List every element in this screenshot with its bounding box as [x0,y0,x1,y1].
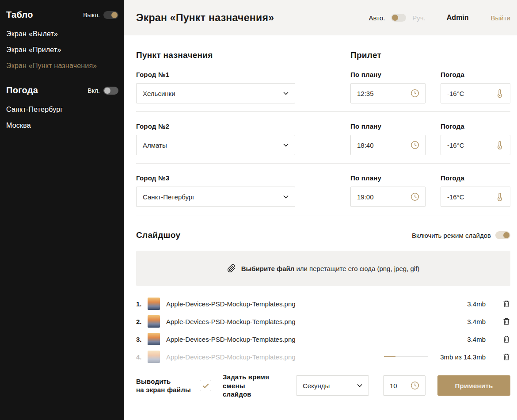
delete-file-button[interactable] [502,317,510,326]
sidebar-weather-section: Погода Вкл. Санкт-Петербург Москва [6,85,118,134]
content: Пункт назначения Прилет Город №1 Хельсин… [124,35,517,399]
trash-icon [502,299,510,308]
sidebar-item-destination-screen[interactable]: Экран «Пункт назначения» [6,58,118,74]
upload-hint-rest: или перетащите его сюда (png, jpeg, gif) [294,265,419,272]
city-label: Город №2 [136,122,295,130]
slideshow-toggle-label: Включить режим слайдов [412,232,491,239]
display-files-label: Выводить на экран файлы [136,377,192,394]
file-dropzone[interactable]: Выбирите файл или перетащите его сюда (p… [136,251,510,286]
destination-title: Пункт назначения [136,50,295,60]
delete-file-button[interactable] [502,335,510,344]
file-name: Apple-Devices-PSD-Mockup-Templates.png [166,353,380,361]
file-size: 3.4mb [436,336,486,343]
city-select[interactable]: Алматы [136,135,295,155]
delete-file-button[interactable] [502,299,510,308]
plan-label: По плану [350,174,426,182]
file-row-uploading: 4. Apple-Devices-PSD-Mockup-Templates.pn… [136,348,510,366]
display-files-checkbox[interactable] [200,380,211,391]
interval-unit-value: Секунды [303,382,330,389]
main-area: Экран «Пункт назначения» Авто. Руч. Admi… [124,0,517,420]
clock-icon [410,140,420,150]
topbar: Экран «Пункт назначения» Авто. Руч. Admi… [124,0,517,35]
thermometer-icon [495,140,505,150]
plan-label: По плану [350,122,426,130]
weather-nav: Санкт-Петербург Москва [6,102,118,134]
trash-icon [502,352,510,361]
board-nav: Экран «Вылет» Экран «Прилет» Экран «Пунк… [6,26,118,74]
toggle-knob [503,232,509,238]
sidebar-item-arrival-screen[interactable]: Экран «Прилет» [6,42,118,58]
toggle-knob [111,12,118,18]
sidebar-weather-title: Погода [6,85,38,95]
arrival-title: Прилет [350,50,426,60]
plan-label: По плану [350,71,426,78]
file-list: 1. Apple-Devices-PSD-Mockup-Templates.pn… [136,295,510,366]
app-root: Табло Выкл. Экран «Вылет» Экран «Прилет»… [0,0,517,420]
auto-manual-toggle[interactable] [391,14,406,22]
board-toggle-label: Выкл. [83,11,100,19]
file-index: 1. [136,300,146,308]
clock-icon [410,381,420,390]
logout-link[interactable]: Выйти [491,14,510,22]
weather-toggle-label: Вкл. [87,87,100,94]
file-upload-status: 3mb из 14.3mb [428,353,486,361]
file-row: 3. Apple-Devices-PSD-Mockup-Templates.pn… [136,330,510,348]
city-label: Город №1 [136,71,295,78]
file-row: 1. Apple-Devices-PSD-Mockup-Templates.pn… [136,295,510,313]
mode-auto-label[interactable]: Авто. [369,14,385,22]
page-title: Экран «Пункт назначения» [136,12,274,24]
slideshow-mode-toggle[interactable] [495,231,510,239]
slideshow-title: Слайдшоу [136,230,180,240]
city-select-value: Хельсинки [143,90,175,97]
city-select[interactable]: Санкт-Петербург [136,187,295,207]
toggle-knob [392,15,398,21]
file-size: 3.4mb [436,318,486,325]
clock-icon [410,192,420,202]
chevron-down-icon [283,195,289,199]
sidebar-item-departure-screen[interactable]: Экран «Вылет» [6,26,118,42]
upload-progress-bar [384,356,428,357]
chevron-down-icon [283,92,289,95]
file-name: Apple-Devices-PSD-Mockup-Templates.png [166,300,436,308]
plan-time-input[interactable] [357,141,419,149]
user-name: Admin [447,14,469,22]
chevron-down-icon [283,143,289,147]
file-index: 3. [136,336,146,343]
sidebar-item-moscow[interactable]: Москва [6,118,118,134]
file-name: Apple-Devices-PSD-Mockup-Templates.png [166,336,436,343]
plan-time-input[interactable] [357,90,419,97]
destination-row: Город №2 Алматы По плану [136,112,510,164]
sidebar-board-title: Табло [6,10,33,20]
sidebar-board-section: Табло Выкл. Экран «Вылет» Экран «Прилет»… [6,10,118,74]
weather-label: Погода [441,174,510,182]
file-thumbnail [148,351,160,363]
chevron-down-icon [357,384,362,387]
interval-unit-select[interactable]: Секунды [296,375,369,396]
weather-toggle[interactable] [103,87,118,95]
file-name: Apple-Devices-PSD-Mockup-Templates.png [166,318,436,325]
upload-progress-fill [384,356,395,357]
weather-label: Погода [441,122,510,130]
board-toggle[interactable] [103,11,118,19]
thermometer-icon [495,192,505,202]
mode-manual-label[interactable]: Руч. [412,14,426,22]
upload-hint-bold: Выбирите файл [241,265,295,272]
cancel-upload-button[interactable] [502,352,510,361]
city-select[interactable]: Хельсинки [136,83,295,103]
slide-interval-label: Задать время смены слайдов [223,373,290,399]
file-size: 3.4mb [436,300,486,308]
plan-time-input[interactable] [357,193,419,201]
slideshow-controls: Выводить на экран файлы Задать время сме… [136,373,510,399]
paperclip-icon [227,264,236,273]
sidebar-item-spb[interactable]: Санкт-Петербург [6,102,118,118]
toggle-knob [104,88,110,94]
city-select-value: Санкт-Петербург [143,193,195,201]
thermometer-icon [495,88,505,98]
clock-icon [410,88,420,98]
file-row: 2. Apple-Devices-PSD-Mockup-Templates.pn… [136,313,510,330]
trash-icon [502,335,510,344]
check-icon [202,382,209,389]
sidebar: Табло Выкл. Экран «Вылет» Экран «Прилет»… [0,0,124,420]
weather-label: Погода [441,71,510,78]
apply-button[interactable]: Применить [437,375,510,396]
